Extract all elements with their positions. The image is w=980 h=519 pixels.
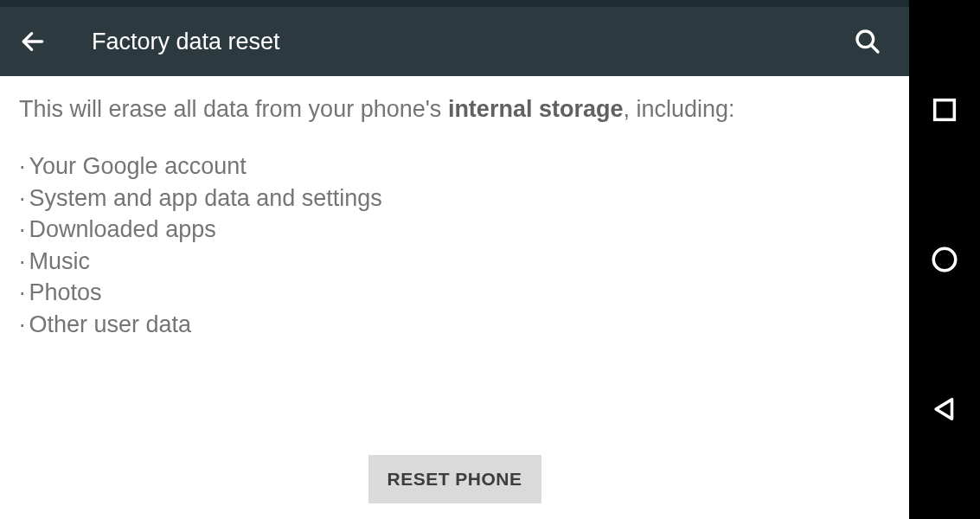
navigation-bar [909,0,980,519]
list-item: Your Google account [19,151,890,182]
svg-point-4 [933,248,956,271]
main-screen: Factory data reset This will erase all d… [0,0,909,519]
list-item: Photos [19,277,890,308]
description-pre: This will erase all data from your phone… [19,96,448,122]
description-post: , including: [623,96,734,122]
description-text: This will erase all data from your phone… [19,93,890,125]
app-bar: Factory data reset [0,7,909,76]
back-arrow-icon[interactable] [17,26,48,57]
list-item: Music [19,246,890,277]
nav-back-icon[interactable] [930,394,959,424]
page-title: Factory data reset [92,29,280,55]
list-item: Other user data [19,309,890,340]
nav-recent-icon[interactable] [930,95,959,125]
reset-phone-button[interactable]: RESET PHONE [368,455,541,503]
list-item: System and app data and settings [19,183,890,214]
svg-rect-3 [935,99,955,119]
erase-list: Your Google account System and app data … [19,151,890,340]
nav-home-icon[interactable] [930,245,959,274]
svg-line-2 [871,45,878,52]
status-bar [0,0,909,7]
svg-marker-5 [936,400,951,420]
list-item: Downloaded apps [19,214,890,245]
description-bold: internal storage [448,96,624,122]
search-icon[interactable] [852,26,883,57]
content-area: This will erase all data from your phone… [0,76,909,519]
